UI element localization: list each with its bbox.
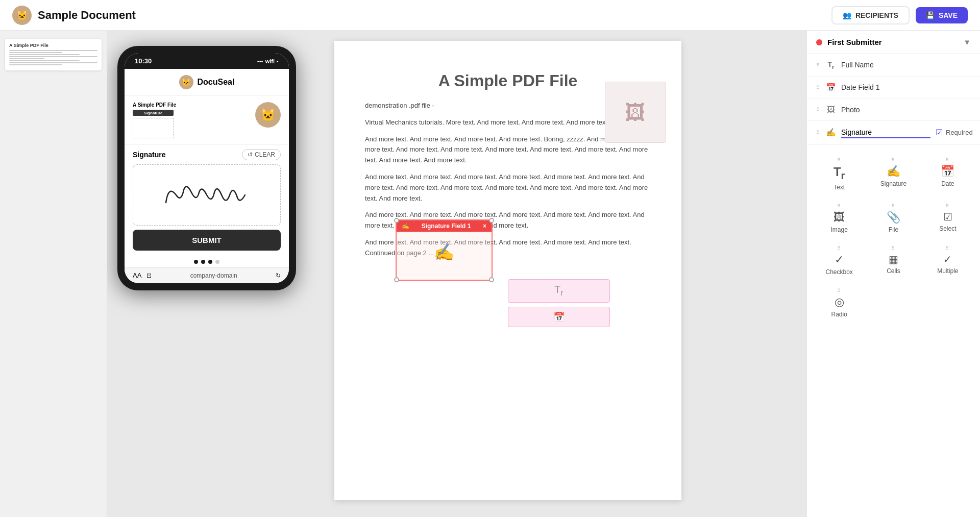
drag-handle-date[interactable]: ⠿ (816, 85, 820, 90)
dot-1 (194, 260, 198, 264)
refresh-icon: ↺ (248, 151, 253, 158)
text-type-label: Text (834, 184, 845, 191)
phone-app-header: 🐱 DocuSeal (125, 69, 289, 96)
date-type-label: Date (941, 180, 954, 187)
cells-type-label: Cells (887, 267, 900, 275)
sig-popup-icon: ✍ (402, 223, 409, 230)
field-type-image[interactable]: ⠿ 🖼 Image (813, 198, 865, 238)
phone-app-name: DocuSeal (198, 78, 235, 87)
field-type-select[interactable]: ⠿ ☑ Select (922, 198, 974, 238)
signature-badge-label: Signature (144, 111, 163, 115)
required-checkbox[interactable]: ☑ (936, 128, 943, 137)
dot-4 (215, 260, 219, 264)
signature-field-input[interactable] (841, 127, 930, 138)
field-item-signature[interactable]: ⠿ ✍ ☑ Required (807, 121, 980, 145)
submitter-indicator (816, 39, 822, 45)
photo-field-label: Photo (841, 106, 971, 114)
date-field-label: Date Field 1 (841, 83, 971, 91)
field-type-checkbox[interactable]: ⠿ ✓ Checkbox (813, 240, 865, 281)
field-type-radio[interactable]: ⠿ ◎ Radio (813, 283, 865, 323)
phone-screen: 10:30 ▪▪▪ wifi ▪ 🐱 DocuSeal A Simple PDF… (125, 53, 289, 283)
drag-dots-select: ⠿ (945, 203, 949, 209)
photo-field-icon: 🖼 (826, 105, 836, 114)
image-type-label: Image (830, 226, 847, 233)
sig-popup-content: ✍ (397, 232, 492, 273)
clear-label: CLEAR (255, 151, 275, 158)
drag-dots-text: ⠿ (837, 157, 841, 163)
sig-popup-header: ✍ Signature Field 1 × (397, 220, 492, 232)
recipients-button[interactable]: 👥 RECIPIENTS (831, 6, 910, 24)
field-type-text[interactable]: ⠿ Tr Text (813, 152, 865, 196)
thumb-line-4 (9, 56, 97, 57)
field-type-cells[interactable]: ⠿ ▦ Cells (867, 240, 919, 281)
submitter-row[interactable]: First Submitter ▼ (807, 31, 980, 54)
field-type-multiple[interactable]: ⠿ ✓ Multiple (922, 240, 974, 281)
phone-submit-button[interactable]: SUBMIT (133, 230, 281, 251)
submitter-name: First Submitter (827, 38, 882, 46)
date-field-placeholder[interactable]: 📅 (508, 307, 610, 327)
phone-doc-preview: A Simple PDF File Signature 🐱 (125, 96, 289, 145)
font-size-icon: AA (133, 272, 141, 279)
fullname-field-icon: Tr (826, 60, 836, 70)
phone-url: company-domain (157, 272, 271, 279)
field-type-date[interactable]: ⠿ 📅 Date (922, 152, 974, 196)
dot-3 (208, 260, 212, 264)
submit-label: SUBMIT (192, 236, 222, 244)
file-type-label: File (889, 226, 898, 233)
sig-type-label: Signature (880, 180, 906, 187)
drag-handle-fullname[interactable]: ⠿ (816, 62, 820, 68)
field-item-fullname[interactable]: ⠿ Tr Full Name (807, 54, 980, 77)
resize-handle-bl[interactable] (394, 277, 399, 282)
text-type-icon: Tr (834, 165, 845, 182)
field-item-photo[interactable]: ⠿ 🖼 Photo (807, 99, 980, 121)
document-title: Sample Document (38, 9, 136, 22)
drag-handle-photo[interactable]: ⠿ (816, 107, 820, 112)
resize-handle-tl[interactable] (394, 218, 399, 223)
thumb-title: A Simple PDF File (9, 43, 97, 48)
phone-status-icons: ▪▪▪ wifi ▪ (257, 58, 279, 64)
resize-handle-br[interactable] (489, 277, 494, 282)
radio-type-label: Radio (831, 311, 847, 318)
text-field-placeholder[interactable]: Tr (508, 279, 610, 303)
drag-handle-signature[interactable]: ⠿ (816, 130, 820, 135)
checkbox-type-icon: ✓ (835, 253, 844, 266)
field-type-file[interactable]: ⠿ 📎 File (867, 198, 919, 238)
clear-button[interactable]: ↺ CLEAR (242, 149, 281, 160)
checkbox-type-label: Checkbox (825, 268, 852, 276)
signature-field-popup[interactable]: ✍ Signature Field 1 × ✍ (396, 219, 493, 281)
save-button[interactable]: 💾 SAVE (916, 7, 968, 23)
select-type-icon: ☑ (943, 211, 952, 223)
drag-dots-multiple: ⠿ (945, 245, 949, 251)
thumbnail-card[interactable]: A Simple PDF File (5, 39, 102, 70)
select-type-label: Select (939, 225, 956, 232)
thumb-line-6 (9, 60, 80, 61)
phone-page-dots (125, 257, 289, 267)
sig-popup-title: Signature Field 1 (422, 223, 471, 230)
main-layout: A Simple PDF File 10:30 ▪▪▪ wifi ▪ (0, 31, 980, 517)
phone-notch-bar: 10:30 ▪▪▪ wifi ▪ (125, 53, 289, 69)
file-type-icon: 📎 (887, 211, 900, 224)
resize-handle-tr[interactable] (489, 218, 494, 223)
drag-dots-cells: ⠿ (891, 245, 895, 251)
field-type-signature[interactable]: ⠿ ✍ Signature (867, 152, 919, 196)
people-icon: 👥 (843, 11, 851, 19)
sig-field-icon: ✍ (434, 242, 454, 262)
header-left: 🐱 Sample Document (12, 6, 136, 25)
thumb-line-3 (9, 54, 80, 55)
phone-signature-canvas[interactable] (133, 164, 281, 226)
field-item-date[interactable]: ⠿ 📅 Date Field 1 (807, 77, 980, 99)
signal-icon: ▪▪▪ (257, 58, 263, 64)
sig-popup-close[interactable]: × (483, 223, 486, 230)
thumb-line-7 (9, 62, 97, 63)
thumb-line-5 (9, 58, 44, 59)
phone-doc-title: A Simple PDF File (133, 102, 249, 108)
drag-dots-image: ⠿ (837, 203, 841, 209)
photo-field-area[interactable]: 🖼 (605, 82, 666, 143)
field-type-grid: ⠿ Tr Text ⠿ ✍ Signature ⠿ 📅 Date ⠿ 🖼 Ima… (807, 145, 980, 330)
signature-field-icon: ✍ (826, 128, 836, 137)
multiple-type-icon: ✓ (943, 253, 952, 265)
header-right: 👥 RECIPIENTS 💾 SAVE (831, 6, 968, 24)
multiple-type-label: Multiple (937, 267, 958, 275)
cells-type-icon: ▦ (889, 253, 898, 265)
date-field-icon: 📅 (553, 311, 565, 323)
